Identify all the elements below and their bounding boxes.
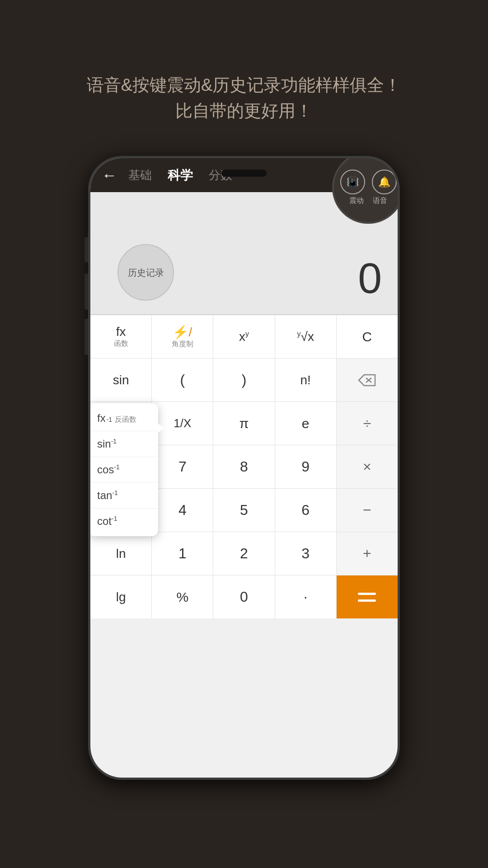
popup-cot-label: cot — [97, 515, 112, 527]
key-clear-label: C — [362, 329, 372, 344]
popup-sin-sup: -1 — [111, 438, 117, 445]
key-angle[interactable]: ⚡/ 角度制 — [152, 315, 213, 358]
key-row-2: sin ( ) n! — [90, 359, 398, 402]
popup-item-cot-inverse[interactable]: cot-1 — [90, 509, 158, 534]
key-divide-label: ÷ — [363, 415, 371, 432]
key-fx[interactable]: fx 函数 — [90, 315, 152, 358]
key-3[interactable]: 3 — [275, 532, 337, 575]
popup-fx-label: fx — [97, 412, 106, 425]
popup-cot-sup: -1 — [112, 515, 117, 522]
key-angle-icon: ⚡/ — [173, 325, 192, 340]
key-4-label: 4 — [178, 502, 187, 519]
key-divide[interactable]: ÷ — [337, 402, 398, 445]
history-label: 历史记录 — [128, 267, 164, 278]
popup-item-fx-inverse[interactable]: fx-1 反函数 — [90, 406, 158, 431]
key-subtract-label: − — [363, 502, 371, 519]
equals-icon — [358, 593, 376, 602]
key-8[interactable]: 8 — [213, 445, 275, 488]
popup-item-sin-inverse[interactable]: sin-1 — [90, 431, 158, 457]
key-1-label: 1 — [178, 545, 187, 562]
settings-icons-row: 📳 🔔 — [340, 170, 397, 194]
popup-fx-sub: 反函数 — [115, 415, 136, 425]
voice-button[interactable]: 🔔 — [372, 170, 397, 194]
popup-sin-label: sin — [97, 438, 111, 450]
side-button-vol-up — [84, 274, 88, 310]
phone-frame: ← 基础 科学 分数 📳 🔔 — [88, 156, 400, 780]
vibrate-button[interactable]: 📳 — [340, 170, 365, 194]
key-open-paren[interactable]: ( — [152, 359, 213, 401]
key-xy[interactable]: xy — [213, 315, 275, 358]
key-9[interactable]: 9 — [275, 445, 337, 488]
vibrate-label: 震动 — [349, 196, 364, 206]
key-7[interactable]: 7 — [152, 445, 213, 488]
nav-tabs: 基础 科学 分数 — [128, 167, 232, 184]
phone-screen: ← 基础 科学 分数 📳 🔔 — [90, 158, 398, 778]
key-ln-label: ln — [116, 547, 126, 561]
popup-item-cos-inverse[interactable]: cos-1 — [90, 457, 158, 483]
voice-label: 语音 — [373, 196, 387, 206]
equals-bottom-bar — [358, 599, 376, 602]
popup-arrow — [158, 424, 164, 433]
key-3-label: 3 — [301, 545, 310, 562]
tab-science[interactable]: 科学 — [168, 167, 193, 184]
key-clear[interactable]: C — [337, 315, 398, 358]
key-multiply-label: × — [363, 458, 371, 475]
key-yroot[interactable]: y√x — [275, 315, 337, 358]
phone-body: ← 基础 科学 分数 📳 🔔 — [88, 156, 400, 780]
popup-tan-label: tan — [97, 489, 112, 501]
key-open-paren-label: ( — [180, 372, 185, 388]
key-4[interactable]: 4 — [152, 489, 213, 532]
key-0[interactable]: 0 — [213, 576, 275, 618]
backspace-icon — [358, 373, 376, 387]
key-8-label: 8 — [240, 458, 248, 475]
phone-notch — [221, 170, 267, 177]
key-5[interactable]: 5 — [213, 489, 275, 532]
key-ln[interactable]: ln — [90, 532, 152, 575]
promo-text: 语音&按键震动&历史记录功能样样俱全！ 比自带的更好用！ — [0, 0, 488, 151]
popup-cos-sup: -1 — [114, 463, 119, 471]
key-1[interactable]: 1 — [152, 532, 213, 575]
key-0-label: 0 — [240, 589, 248, 605]
key-subtract[interactable]: − — [337, 489, 398, 532]
key-fx-sublabel: 函数 — [114, 339, 128, 349]
popup-fx-sup: -1 — [107, 416, 112, 423]
key-pi-label: π — [239, 416, 249, 431]
key-6[interactable]: 6 — [275, 489, 337, 532]
key-2-label: 2 — [240, 545, 248, 562]
key-percent[interactable]: % — [152, 576, 213, 618]
key-multiply[interactable]: × — [337, 445, 398, 488]
key-2[interactable]: 2 — [213, 532, 275, 575]
key-e-label: e — [302, 416, 310, 431]
key-equals[interactable] — [337, 576, 398, 618]
promo-line2: 比自带的更好用！ — [36, 98, 452, 124]
history-button[interactable]: 历史记录 — [117, 244, 174, 301]
key-lg-label: lg — [116, 590, 126, 604]
key-row-6: ln 1 2 3 + — [90, 532, 398, 576]
key-sin[interactable]: sin — [90, 359, 152, 401]
key-reciprocal-label: 1/X — [174, 416, 191, 430]
side-button — [84, 237, 88, 262]
key-add[interactable]: + — [337, 532, 398, 575]
key-fx-label: fx — [116, 325, 126, 339]
key-factorial-label: n! — [300, 373, 311, 387]
key-7-label: 7 — [178, 458, 187, 475]
key-lg[interactable]: lg — [90, 576, 152, 618]
key-sin-label: sin — [113, 373, 129, 387]
key-5-label: 5 — [240, 502, 248, 519]
key-e[interactable]: e — [275, 402, 337, 445]
key-yroot-label: y√x — [297, 330, 314, 344]
key-close-paren[interactable]: ) — [213, 359, 275, 401]
key-pi[interactable]: π — [213, 402, 275, 445]
key-backspace[interactable] — [337, 359, 398, 401]
key-xy-label: xy — [239, 330, 249, 344]
key-factorial[interactable]: n! — [275, 359, 337, 401]
key-add-label: + — [363, 545, 371, 562]
key-dot-label: · — [304, 589, 308, 605]
display-value: 0 — [358, 254, 382, 303]
popup-item-tan-inverse[interactable]: tan-1 — [90, 483, 158, 509]
back-button[interactable]: ← — [102, 166, 117, 184]
tab-basic[interactable]: 基础 — [128, 167, 152, 183]
key-row-1: fx 函数 ⚡/ 角度制 xy y√x — [90, 315, 398, 359]
settings-labels-row: 震动 语音 — [349, 196, 387, 206]
key-dot[interactable]: · — [275, 576, 337, 618]
